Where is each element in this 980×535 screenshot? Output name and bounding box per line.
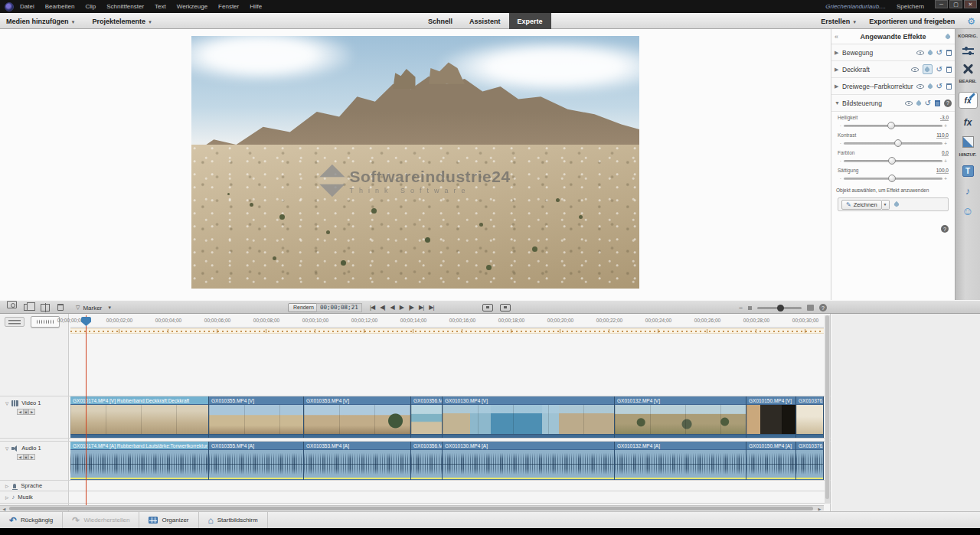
track-options-icon[interactable]: ▽ [5, 446, 8, 451]
expand-icon[interactable]: ▶ [835, 50, 842, 56]
expand-track-icon[interactable]: ▷ [5, 495, 8, 500]
render-button[interactable]: Rendern [288, 303, 319, 312]
titles-button[interactable]: T [962, 165, 974, 177]
export-share-button[interactable]: Exportieren und freigeben [869, 18, 955, 25]
menu-item-hilfe[interactable]: Hilfe [250, 3, 262, 10]
zoom-fit-icon[interactable] [807, 305, 814, 311]
scroll-left-icon[interactable]: ◀ [0, 506, 8, 511]
help-icon[interactable]: ? [819, 304, 827, 312]
reset-icon[interactable]: ↺ [925, 99, 931, 107]
duplicate-icon[interactable] [24, 304, 31, 311]
effect-row-deckkraft[interactable]: ▶Deckkraft↺ [831, 61, 955, 78]
undo-button[interactable]: ↶ Rückgängig [0, 512, 63, 528]
video-clip[interactable]: GX010132.MP4 [V] [615, 396, 746, 438]
audio-clip[interactable]: GX010132.MP4 [A] [615, 442, 746, 480]
slider-thumb[interactable] [888, 175, 896, 182]
video-clip[interactable]: GX010376.MP4 [796, 396, 824, 438]
vertical-scrollbar-thumb[interactable] [825, 315, 829, 499]
effects-button[interactable]: fx [964, 117, 972, 128]
droplet-icon[interactable] [915, 99, 921, 106]
vertical-scrollbar[interactable] [825, 315, 830, 504]
adjustments-button[interactable] [962, 47, 974, 55]
go-to-start-button[interactable]: |◀ [370, 305, 374, 311]
volume-rubberband[interactable] [411, 478, 442, 480]
audio-view-button[interactable] [31, 316, 60, 328]
audio-clip[interactable]: GX010150.MP4 [A] [746, 442, 796, 480]
help-icon[interactable]: ? [941, 225, 949, 233]
menu-item-bearbeiten[interactable]: Bearbeiten [45, 3, 75, 10]
audio-clip[interactable]: GX010130.MP4 [A] [443, 442, 615, 480]
expand-track-icon[interactable]: ▷ [5, 484, 8, 488]
tab-assistent[interactable]: Assistent [461, 13, 509, 29]
menu-item-werkzeuge[interactable]: Werkzeuge [177, 3, 207, 10]
draw-dropdown-arrow[interactable]: ▼ [882, 200, 890, 210]
menu-item-datei[interactable]: Datei [20, 3, 34, 10]
video-clip[interactable]: GX010174.MP4 [V] Rubberband:Deckkraft:De… [70, 396, 209, 438]
previous-clip-button[interactable]: ◀| [380, 305, 384, 311]
audio-clip[interactable]: GX010356.MP4 [411, 442, 443, 480]
help-icon[interactable]: ? [944, 99, 952, 107]
visibility-eye-icon[interactable] [916, 51, 924, 55]
volume-rubberband[interactable] [746, 478, 795, 480]
menu-item-text[interactable]: Text [155, 3, 166, 10]
track-settings-button[interactable] [5, 317, 24, 327]
play-button[interactable]: ▶ [400, 305, 403, 311]
create-button[interactable]: Erstellen▼ [821, 18, 857, 25]
menu-item-schnittfenster[interactable]: Schnittfenster [106, 3, 144, 10]
slider-track[interactable] [844, 178, 942, 180]
droplet-icon[interactable] [926, 49, 933, 55]
volume-rubberband[interactable] [796, 478, 823, 480]
delete-icon[interactable] [57, 304, 64, 311]
track-height-stepper[interactable]: ◀■▶ [17, 454, 35, 460]
zoom-out-icon[interactable]: − [739, 304, 743, 312]
effect-row-dreiwege-farbkorrektur[interactable]: ▶Dreiwege--Farbkorrektur↺ [831, 78, 955, 95]
graphics-button[interactable]: ☺ [962, 205, 973, 217]
volume-rubberband[interactable] [304, 478, 410, 480]
project-items-button[interactable]: Projektelemente▼ [92, 18, 152, 25]
slider-thumb[interactable] [888, 157, 896, 165]
slider-track[interactable] [844, 142, 942, 145]
expand-icon[interactable]: ▶ [835, 67, 842, 73]
redo-button[interactable]: ↷ Wiederherstellen [63, 512, 139, 528]
zoom-slider-thumb[interactable] [777, 305, 784, 312]
volume-rubberband[interactable] [615, 478, 746, 480]
slider-track[interactable] [844, 125, 942, 127]
droplet-active-box[interactable] [923, 64, 933, 74]
collapse-panel-icon[interactable]: « [835, 33, 838, 41]
slider-track[interactable] [844, 160, 942, 162]
video-clip[interactable]: GX010150.MP4 [V] [746, 396, 796, 438]
playhead-line[interactable] [86, 315, 87, 505]
slider-value[interactable]: -3,0 [940, 115, 949, 121]
video-clip[interactable]: GX010356.MP4 [411, 396, 443, 438]
horizontal-scrollbar-thumb[interactable] [9, 507, 813, 511]
track-height-stepper[interactable]: ◀■▶ [17, 409, 35, 415]
transitions-button[interactable] [962, 136, 974, 148]
zoom-small-icon[interactable] [748, 306, 752, 310]
marker-dropdown[interactable]: ▽ Marker ▼ [76, 301, 112, 315]
tab-experte[interactable]: Experte [509, 13, 551, 29]
gear-icon[interactable]: ⚙ [967, 16, 975, 27]
effect-row-bewegung[interactable]: ▶Bewegung↺ [831, 44, 955, 61]
minimize-button[interactable]: ─ [935, 0, 948, 8]
fullscreen-monitor-icon[interactable] [482, 304, 493, 312]
volume-rubberband[interactable] [70, 478, 208, 480]
droplet-icon[interactable] [926, 83, 933, 89]
visibility-eye-icon[interactable] [916, 84, 924, 89]
expand-icon[interactable]: ▶ [835, 83, 842, 90]
trash-icon[interactable] [935, 100, 940, 106]
frame-back-button[interactable]: ◀ [390, 305, 394, 311]
effect-row-bildsteuerung[interactable]: ▼Bildsteuerung↺? [831, 95, 955, 112]
applied-effects-button-active[interactable]: fx [959, 92, 978, 109]
video-clip[interactable]: GX010130.MP4 [V] [443, 396, 615, 438]
video-preview-monitor[interactable]: Softwareindustrie24 Think Software [191, 36, 639, 289]
close-button[interactable]: ✕ [964, 0, 977, 8]
audio-clip[interactable]: GX010353.MP4 [A] [304, 442, 411, 480]
volume-rubberband[interactable] [209, 478, 303, 480]
video-clip[interactable]: GX010353.MP4 [V] [304, 396, 411, 438]
frame-forward-button[interactable]: |▶ [409, 305, 413, 311]
audio-clip[interactable]: GX010174.MP4 [A] Rubberband:Lautstärke:T… [70, 442, 209, 480]
visibility-eye-icon[interactable] [911, 67, 919, 72]
tools-button[interactable] [962, 64, 973, 74]
maximize-button[interactable]: ▢ [949, 0, 962, 8]
slider-value[interactable]: 100,0 [936, 168, 949, 174]
